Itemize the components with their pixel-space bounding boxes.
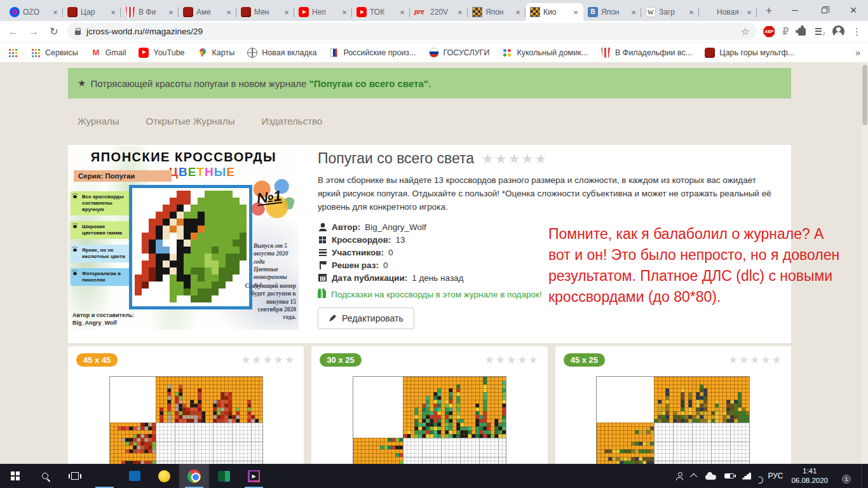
close-button[interactable]: × xyxy=(839,0,868,21)
ruble-extension-icon[interactable]: ₽ xyxy=(782,26,789,37)
browser-tab[interactable]: В Фи× xyxy=(121,3,179,21)
start-button[interactable] xyxy=(0,464,30,488)
bookmark-item[interactable]: Новая вкладка xyxy=(247,48,316,58)
task-view-button[interactable] xyxy=(60,464,90,488)
magazine-rating-stars[interactable]: ★★★★★ xyxy=(482,151,548,166)
address-bar[interactable]: jcross-world.ru/#magazines/29 ☆ xyxy=(67,23,757,40)
tab-close-icon[interactable]: × xyxy=(456,8,465,17)
browser-tab[interactable]: Япон× xyxy=(468,3,526,21)
tab-close-icon[interactable]: × xyxy=(571,8,580,17)
browser-tab[interactable]: Загр× xyxy=(641,3,699,21)
battery-icon[interactable] xyxy=(724,473,734,478)
language-indicator[interactable]: РУС xyxy=(768,471,783,480)
bookmark-item[interactable]: Царь горы мультф... xyxy=(705,48,794,58)
browser-tab[interactable]: Неп× xyxy=(294,3,352,21)
bookmark-item[interactable]: Карты xyxy=(198,48,235,58)
browser-tab[interactable]: OZO× xyxy=(5,3,63,21)
tab-close-icon[interactable]: × xyxy=(687,8,696,17)
windows-taskbar: РУС 1:41 06.08.2020 1 xyxy=(0,464,868,488)
bookmark-item[interactable]: Gmail xyxy=(91,48,126,58)
browser-tab[interactable]: Мен× xyxy=(236,3,294,21)
onedrive-cloud-icon[interactable] xyxy=(705,475,716,480)
profile-avatar[interactable] xyxy=(832,25,844,37)
browser-tab[interactable]: Япон× xyxy=(583,3,641,21)
restore-button[interactable] xyxy=(810,0,839,21)
scrollbar-thumb[interactable] xyxy=(862,65,867,125)
notification-center-button[interactable]: 1 xyxy=(836,471,848,481)
bookmark-item[interactable]: ГОСУСЛУГИ xyxy=(429,48,490,58)
tab-close-icon[interactable]: × xyxy=(282,8,291,17)
nav-link-1[interactable]: Открытые Журналы xyxy=(146,116,235,127)
tab-close-icon[interactable]: × xyxy=(109,8,118,17)
browser-tab[interactable]: Аме× xyxy=(179,3,236,21)
tab-close-icon[interactable]: × xyxy=(398,8,407,17)
nonogram-preview xyxy=(353,377,506,464)
extensions-puzzle-icon[interactable] xyxy=(798,28,806,36)
tab-close-icon[interactable]: × xyxy=(745,8,754,17)
bookmarks-overflow-chevron[interactable]: » xyxy=(855,48,860,58)
nav-link-0[interactable]: Журналы xyxy=(78,116,119,127)
lock-icon[interactable] xyxy=(75,30,81,35)
puzzle-card[interactable]: 45 x 25★★★★★ xyxy=(555,346,791,464)
browser-tab[interactable]: 220V× xyxy=(410,3,468,21)
apps-grid-icon[interactable] xyxy=(8,48,18,58)
minimize-button[interactable] xyxy=(780,0,810,21)
nav-link-2[interactable]: Издательство xyxy=(261,116,322,127)
puzzle-preview-image[interactable] xyxy=(353,376,506,464)
page-scrollbar[interactable] xyxy=(862,63,868,464)
forward-icon[interactable]: → xyxy=(27,26,41,37)
media-list-icon[interactable] xyxy=(815,28,822,35)
puzzle-preview-image[interactable] xyxy=(109,376,263,464)
bookmark-item[interactable]: Российские произ... xyxy=(329,48,416,58)
puzzle-rating-stars: ★★★★★ xyxy=(241,353,295,367)
tab-close-icon[interactable]: × xyxy=(224,8,233,17)
outlook-taskbar-button[interactable] xyxy=(119,464,149,488)
bookmark-item[interactable]: В Филадельфии вс... xyxy=(600,48,692,58)
show-desktop-button[interactable] xyxy=(861,464,864,488)
people-icon[interactable] xyxy=(676,472,684,480)
minimize-icon xyxy=(792,10,798,11)
tab-title: OZO xyxy=(23,8,48,17)
movies-taskbar-button[interactable] xyxy=(239,464,269,488)
cover-title: ЯПОНСКИЕ КРОССВОРДЫ xyxy=(69,150,299,165)
bookmark-label: Кукольный домик... xyxy=(517,48,588,57)
bookmark-item[interactable]: YouTube xyxy=(139,48,184,58)
bookmark-item[interactable]: Сервисы xyxy=(31,48,78,58)
browser-tab[interactable]: ТОК× xyxy=(352,3,410,21)
magazine-cover-image[interactable]: ЯПОНСКИЕ КРОССВОРДЫ ЦВЕТНЫЕ Серия: Попуг… xyxy=(69,146,299,330)
puzzle-card[interactable]: 30 x 25★★★★★ xyxy=(311,346,547,464)
edit-button[interactable]: Редактировать xyxy=(318,308,414,329)
tab-close-icon[interactable]: × xyxy=(51,8,60,17)
chrome-menu-icon[interactable]: ⋮ xyxy=(852,26,862,37)
puzzle-preview-image[interactable] xyxy=(596,376,750,464)
taskbar-search-button[interactable] xyxy=(30,464,60,488)
browser-tab[interactable]: Цар× xyxy=(63,3,121,21)
windows-logo-icon xyxy=(11,471,20,480)
red-app-icon xyxy=(705,48,715,58)
browser-tab[interactable]: Кио× xyxy=(526,3,583,21)
taskbar-clock[interactable]: 1:41 06.08.2020 xyxy=(791,466,828,485)
explorer-taskbar-button[interactable] xyxy=(90,464,119,488)
bookmark-star-icon[interactable]: ☆ xyxy=(741,26,749,37)
tab-close-icon[interactable]: × xyxy=(629,8,638,17)
subtitle-letter: Ы xyxy=(214,165,227,179)
puzzle-card[interactable]: 45 x 45★★★★★ xyxy=(68,346,304,464)
tab-close-icon[interactable]: × xyxy=(513,8,522,17)
chrome-icon xyxy=(187,470,201,483)
url-text[interactable]: jcross-world.ru/#magazines/29 xyxy=(86,27,203,36)
tray-chevron-icon[interactable] xyxy=(690,473,697,480)
bookmark-item[interactable]: Кукольный домик... xyxy=(502,48,588,58)
new-tab-button[interactable]: + xyxy=(761,3,777,19)
onec-taskbar-button[interactable] xyxy=(149,464,179,488)
tab-close-icon[interactable]: × xyxy=(340,8,349,17)
gift-note-text: Подсказки на кроссворды в этом журнале в… xyxy=(331,290,542,299)
reload-icon[interactable]: ↻ xyxy=(47,25,61,37)
back-icon[interactable]: ← xyxy=(6,26,20,37)
chrome-taskbar-button[interactable] xyxy=(179,464,209,488)
network-signal-icon[interactable] xyxy=(742,473,751,480)
tab-close-icon[interactable]: × xyxy=(166,8,175,17)
red-app-favicon-icon xyxy=(67,7,78,17)
browser-tab[interactable]: Новая вк× xyxy=(699,3,757,21)
excel-taskbar-button[interactable] xyxy=(209,464,239,488)
adblock-icon[interactable]: ABP xyxy=(763,26,775,37)
